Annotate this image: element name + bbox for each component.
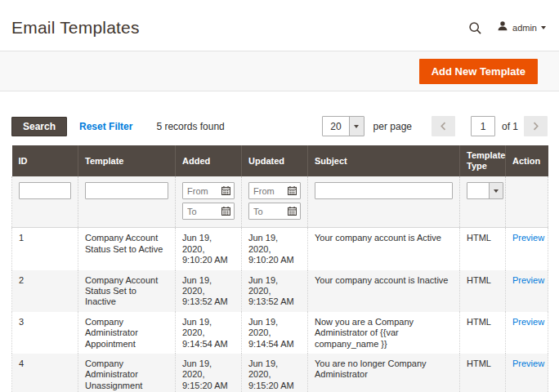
per-page-select[interactable]: 20 bbox=[322, 116, 364, 136]
cell-template: Company Administrator Unassignment bbox=[78, 354, 176, 392]
reset-filter-link[interactable]: Reset Filter bbox=[79, 121, 132, 132]
cell-subject: Your company account is Active bbox=[308, 228, 460, 270]
cell-id: 3 bbox=[12, 312, 78, 354]
cell-subject: Now you are a Company Administrator of {… bbox=[308, 312, 460, 354]
chevron-left-icon bbox=[440, 122, 447, 131]
cell-template-type: HTML bbox=[460, 228, 506, 270]
search-icon[interactable] bbox=[468, 21, 482, 35]
calendar-icon[interactable] bbox=[221, 186, 230, 195]
grid-controls: Search Reset Filter 5 records found 20 p… bbox=[11, 116, 548, 136]
cell-added: Jun 19, 2020, 9:10:20 AM bbox=[176, 228, 242, 270]
column-header-template[interactable]: Template bbox=[78, 145, 176, 176]
cell-template: Company Account Status Set to Active bbox=[78, 228, 176, 270]
header-actions: admin bbox=[468, 20, 546, 35]
cell-subject: You are no longer Company Administrator bbox=[308, 354, 460, 392]
page-title: Email Templates bbox=[11, 18, 140, 38]
add-new-template-button[interactable]: Add New Template bbox=[419, 59, 538, 84]
id-filter-input[interactable] bbox=[19, 182, 71, 199]
admin-user-icon bbox=[497, 20, 508, 35]
column-header-action: Action bbox=[506, 145, 548, 176]
template-filter-input[interactable] bbox=[85, 182, 168, 199]
cell-id: 4 bbox=[12, 354, 78, 392]
search-button[interactable]: Search bbox=[11, 117, 67, 136]
cell-template-type: HTML bbox=[460, 270, 506, 312]
template-type-caret-box bbox=[489, 183, 503, 198]
cell-id: 2 bbox=[12, 270, 78, 312]
action-filter-cell bbox=[506, 176, 548, 228]
per-page-label: per page bbox=[373, 121, 412, 132]
cell-added: Jun 19, 2020, 9:13:52 AM bbox=[176, 270, 242, 312]
column-header-subject[interactable]: Subject bbox=[308, 145, 460, 176]
column-header-id[interactable]: ID bbox=[12, 145, 78, 176]
table-row[interactable]: 2 Company Account Status Set to Inactive… bbox=[12, 270, 548, 312]
updated-to-filter bbox=[248, 203, 301, 220]
table-row[interactable]: 1 Company Account Status Set to Active J… bbox=[12, 228, 548, 270]
calendar-icon[interactable] bbox=[288, 207, 297, 216]
cell-added: Jun 19, 2020, 9:14:54 AM bbox=[176, 312, 242, 354]
calendar-icon[interactable] bbox=[288, 186, 297, 195]
template-type-filter-select[interactable] bbox=[467, 182, 503, 199]
cell-id: 1 bbox=[12, 228, 78, 270]
calendar-icon[interactable] bbox=[221, 207, 230, 216]
chevron-right-icon bbox=[532, 122, 539, 131]
admin-caret-icon bbox=[541, 26, 546, 29]
cell-updated: Jun 19, 2020, 9:15:20 AM bbox=[242, 354, 308, 392]
column-header-updated[interactable]: Updated bbox=[242, 145, 308, 176]
updated-from-filter bbox=[248, 182, 301, 199]
page-header: Email Templates admin bbox=[0, 0, 559, 51]
added-to-filter bbox=[182, 203, 235, 220]
records-found-text: 5 records found bbox=[156, 121, 224, 132]
preview-link[interactable]: Preview bbox=[512, 233, 544, 243]
current-page-input[interactable] bbox=[471, 116, 495, 136]
cell-updated: Jun 19, 2020, 9:13:52 AM bbox=[242, 270, 308, 312]
preview-link[interactable]: Preview bbox=[512, 275, 544, 285]
select-caret-icon bbox=[494, 189, 499, 193]
added-to-input[interactable] bbox=[187, 207, 221, 216]
preview-link[interactable]: Preview bbox=[512, 359, 544, 368]
cell-template: Company Account Status Set to Inactive bbox=[78, 270, 176, 312]
select-caret-icon bbox=[354, 125, 359, 128]
table-row[interactable]: 3 Company Administrator Appointment Jun … bbox=[12, 312, 548, 354]
email-templates-grid: ID Template Added Updated Subject Templa… bbox=[11, 145, 548, 392]
pagination-controls: 20 per page of 1 bbox=[322, 116, 548, 136]
cell-template: Company Administrator Appointment bbox=[78, 312, 176, 354]
subject-filter-input[interactable] bbox=[315, 182, 453, 199]
previous-page-button[interactable] bbox=[432, 116, 455, 136]
page-actions-toolbar: Add New Template bbox=[0, 51, 559, 91]
updated-from-input[interactable] bbox=[253, 186, 288, 196]
per-page-value: 20 bbox=[323, 117, 348, 136]
cell-updated: Jun 19, 2020, 9:14:54 AM bbox=[242, 312, 308, 354]
added-from-filter bbox=[182, 182, 235, 199]
cell-subject: Your company account is Inactive bbox=[308, 270, 460, 312]
updated-to-input[interactable] bbox=[253, 207, 288, 216]
admin-user-name: admin bbox=[512, 23, 537, 33]
cell-updated: Jun 19, 2020, 9:10:20 AM bbox=[242, 228, 308, 270]
grid-filter-row bbox=[12, 176, 548, 228]
cell-template-type: HTML bbox=[460, 354, 506, 392]
added-from-input[interactable] bbox=[187, 186, 221, 196]
column-header-added[interactable]: Added bbox=[176, 145, 242, 176]
per-page-caret-box bbox=[349, 117, 364, 136]
preview-link[interactable]: Preview bbox=[512, 317, 544, 327]
cell-added: Jun 19, 2020, 9:15:20 AM bbox=[176, 354, 242, 392]
total-pages-label: of 1 bbox=[502, 121, 518, 132]
next-page-button[interactable] bbox=[524, 116, 548, 136]
cell-template-type: HTML bbox=[460, 312, 506, 354]
column-header-template-type[interactable]: Template Type bbox=[460, 145, 506, 176]
table-row[interactable]: 4 Company Administrator Unassignment Jun… bbox=[12, 354, 548, 392]
admin-account-menu[interactable]: admin bbox=[497, 20, 546, 35]
grid-header-row: ID Template Added Updated Subject Templa… bbox=[12, 145, 548, 176]
